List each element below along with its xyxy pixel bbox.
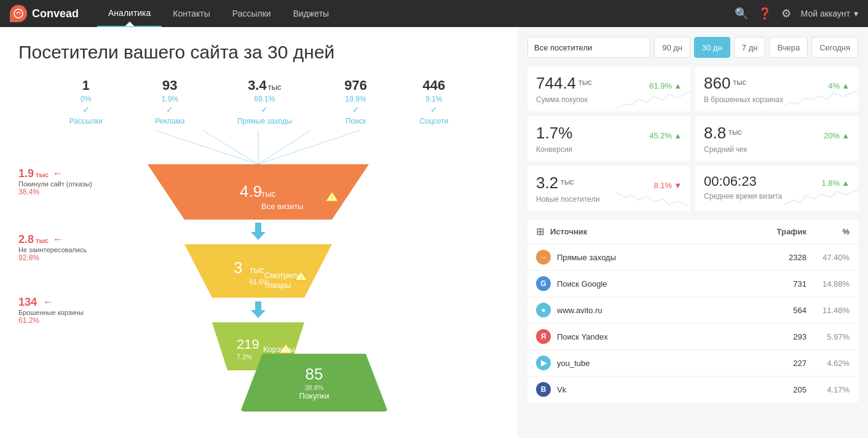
svg-text:товары: товары <box>264 281 291 290</box>
stat-conversion: 1.7% 45.2% ▲ Конверсия <box>527 116 690 161</box>
source-mailings: 1 0% ✓ Рассылки <box>69 78 103 125</box>
source-icon-direct: → <box>536 250 551 265</box>
nav-widgets[interactable]: Виджеты <box>282 0 341 27</box>
help-icon[interactable]: ❓ <box>758 7 771 20</box>
nav-links: Аналитика Контакты Рассылки Виджеты <box>97 0 340 27</box>
purchases-stage: 85 38.8% Покупки <box>240 354 388 412</box>
svg-text:Смотрели: Смотрели <box>264 271 301 280</box>
svg-text:4.9: 4.9 <box>240 182 262 201</box>
source-social: 446 9.1% ✓ Соцсети <box>420 78 449 125</box>
svg-text:!: ! <box>331 195 333 201</box>
arrow-up-icon: ▲ <box>674 131 682 140</box>
svg-marker-14 <box>251 301 266 318</box>
nav-mailings[interactable]: Рассылки <box>221 0 282 27</box>
period-30[interactable]: 30 дн <box>694 37 730 58</box>
funnel-center: ! 4.9 тыс Все визиты ! 3 тыс <box>129 130 499 412</box>
settings-icon[interactable]: ⚙ <box>781 7 791 20</box>
chevron-down-icon: ▾ <box>854 9 858 18</box>
svg-line-2 <box>203 130 258 164</box>
check-icon: ✓ <box>352 105 360 114</box>
filter-bar: Все посетители 90 дн 30 дн 7 дн Вчера Се… <box>527 37 858 58</box>
period-today[interactable]: Сегодня <box>811 37 858 58</box>
nav-analytics[interactable]: Аналитика <box>97 0 162 27</box>
left-label-uninterested: 2.8 тыс ← Не заинтересовались 92.8% <box>18 233 129 262</box>
source-direct: 3.4 тыс 69.1% ✓ Прямые заходы <box>237 78 292 125</box>
source-icon-vk: B <box>536 382 551 397</box>
table-header: ⊞ Источник Трафик % <box>527 220 858 244</box>
funnel-svg: ! 4.9 тыс Все визиты ! 3 тыс <box>129 130 387 389</box>
period-yesterday[interactable]: Вчера <box>769 37 808 58</box>
stat-abandoned: 860 тыс 4% ▲ В брошенных корзинах <box>695 66 858 111</box>
arrow-up-icon: ▲ <box>842 131 850 140</box>
svg-text:219: 219 <box>237 336 259 352</box>
main-container: Посетители вашего сайта за 30 дней 1 0% … <box>0 27 868 438</box>
source-table: ⊞ Источник Трафик % → Прямые заходы 2328… <box>527 220 858 402</box>
left-panel: Посетители вашего сайта за 30 дней 1 0% … <box>0 27 518 438</box>
check-icon: ✓ <box>430 105 438 114</box>
svg-text:Корзины: Корзины <box>263 344 295 354</box>
source-icon-youtube: ▶ <box>536 356 551 370</box>
search-icon[interactable]: 🔍 <box>735 7 748 20</box>
left-label-carts: 134 ← Брошенные корзины 61.2% <box>18 296 129 325</box>
table-row: G Поиск Google 731 14.88% <box>527 271 858 297</box>
svg-line-5 <box>258 130 360 164</box>
table-row: Я Поиск Yandex 293 5.97% <box>527 324 858 350</box>
svg-point-0 <box>14 9 23 18</box>
source-icon-avito: ● <box>536 303 551 317</box>
nav-contacts[interactable]: Контакты <box>162 0 221 27</box>
svg-marker-8 <box>251 223 266 240</box>
logo-icon <box>10 5 27 22</box>
check-icon: ✓ <box>166 105 173 114</box>
source-icon-yandex: Я <box>536 329 551 344</box>
navbar: Convead Аналитика Контакты Рассылки Видж… <box>0 0 868 27</box>
check-icon: ✓ <box>82 105 90 114</box>
funnel-content: 1.9 тыс ← Покинули сайт (отказы) 38.4% 2… <box>18 130 499 412</box>
left-label-bounces: 1.9 тыс ← Покинули сайт (отказы) 38.4% <box>18 167 129 196</box>
stat-avg-time: 00:06:23 1.8% ▲ Среднее время визита <box>695 166 858 211</box>
source-number: 1 <box>82 78 90 94</box>
svg-text:тыс: тыс <box>250 265 264 275</box>
stats-grid: 744.4 тыс 61.9% ▲ Сумма покупок 860 <box>527 66 858 211</box>
visitor-filter[interactable]: Все посетители <box>527 37 650 58</box>
page-title: Посетители вашего сайта за 30 дней <box>18 42 499 63</box>
sources-row: 1 0% ✓ Рассылки 93 1.9% ✓ Реклама 3.4 ты… <box>18 78 499 125</box>
source-icon-google: G <box>536 276 551 291</box>
logo[interactable]: Convead <box>10 5 79 22</box>
svg-text:3: 3 <box>234 258 242 277</box>
svg-line-4 <box>258 130 310 164</box>
table-icon: ⊞ <box>536 226 544 237</box>
source-search: 976 19.9% ✓ Поиск <box>344 78 367 125</box>
check-icon: ✓ <box>261 105 268 114</box>
svg-text:тыс: тыс <box>261 189 275 199</box>
funnel-left-labels: 1.9 тыс ← Покинули сайт (отказы) 38.4% 2… <box>18 130 129 325</box>
funnel-wrapper: 1.9 тыс ← Покинули сайт (отказы) 38.4% 2… <box>18 130 499 412</box>
svg-text:Все визиты: Все визиты <box>261 202 304 211</box>
navbar-right: 🔍 ❓ ⚙ Мой аккаунт ▾ <box>735 7 858 20</box>
table-row: ▶ you_tube 227 4.62% <box>527 350 858 376</box>
source-ads: 93 1.9% ✓ Реклама <box>155 78 184 125</box>
period-90[interactable]: 90 дн <box>654 37 690 58</box>
table-row: → Прямые заходы 2328 47.40% <box>527 244 858 271</box>
account-menu[interactable]: Мой аккаунт ▾ <box>801 9 858 18</box>
period-7[interactable]: 7 дн <box>734 37 766 58</box>
right-panel: Все посетители 90 дн 30 дн 7 дн Вчера Се… <box>518 27 868 438</box>
stat-purchases: 744.4 тыс 61.9% ▲ Сумма покупок <box>527 66 690 111</box>
stat-new-visitors: 3.2 тыс 8.1% ▼ Новые посетители <box>527 166 690 211</box>
svg-line-1 <box>155 130 258 164</box>
table-row: B Vk 205 4.17% <box>527 376 858 402</box>
table-row: ● www.avito.ru 564 11.48% <box>527 297 858 324</box>
stat-avg-check: 8.8 тыс 20% ▲ Средний чек <box>695 116 858 161</box>
